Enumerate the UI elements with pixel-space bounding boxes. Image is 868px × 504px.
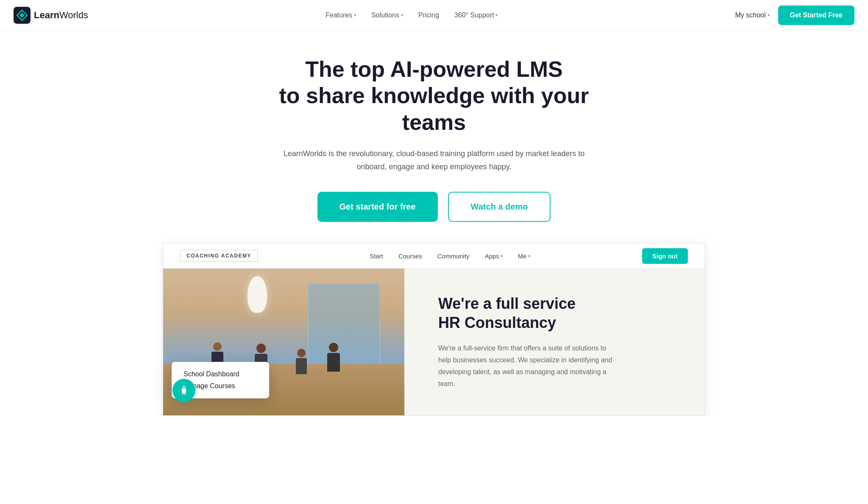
main-navbar: LearnWorlds Features ▾ Solutions ▾ Prici… [0,0,868,31]
consultancy-description: We're a full-service firm that offers a … [438,342,616,390]
rocket-circle [172,379,195,402]
nav-pricing[interactable]: Pricing [418,11,439,19]
demo-frame: COACHING ACADEMY Start Courses Community… [163,243,705,416]
inner-navbar: COACHING ACADEMY Start Courses Community… [163,243,705,269]
brand-name: LearnWorlds [34,10,88,21]
inner-nav-apps[interactable]: Apps ▾ [485,252,503,260]
hero-section: The top AI-powered LMS to share knowledg… [0,31,868,243]
navbar-right: My school ▾ Get Started Free [735,6,854,25]
inner-nav-links: Start Courses Community Apps ▾ Me ▾ [370,252,530,260]
rocket-icon [178,385,189,396]
my-school-button[interactable]: My school ▾ [735,11,769,19]
svg-point-1 [182,394,184,395]
hero-cta-primary[interactable]: Get started for free [317,192,438,222]
sign-out-button[interactable]: Sign out [642,248,688,264]
chevron-down-icon: ▾ [768,13,770,17]
content-area: School Dashboard Manage Courses We're a … [163,269,705,415]
inner-nav-courses[interactable]: Courses [398,252,422,260]
chevron-down-icon: ▾ [501,254,503,258]
text-side: We're a full service HR Consultancy We'r… [404,269,705,415]
chevron-down-icon: ▾ [401,13,403,17]
nav-links: Features ▾ Solutions ▾ Pricing 360° Supp… [326,11,498,19]
coaching-academy-logo: COACHING ACADEMY [180,250,258,262]
inner-nav-community[interactable]: Community [437,252,470,260]
nav-features[interactable]: Features ▾ [326,11,356,19]
brand-logo[interactable]: LearnWorlds [14,7,88,24]
inner-nav-start[interactable]: Start [370,252,383,260]
chevron-down-icon: ▾ [495,13,498,17]
hero-cta-secondary[interactable]: Watch a demo [448,192,551,222]
svg-point-2 [184,394,186,395]
get-started-free-button[interactable]: Get Started Free [778,6,854,25]
office-image-side: School Dashboard Manage Courses [163,269,404,415]
hero-buttons: Get started for free Watch a demo [17,192,851,222]
nav-solutions[interactable]: Solutions ▾ [371,11,403,19]
hero-description: LearnWorlds is the revolutionary, cloud-… [273,147,595,173]
inner-nav-me[interactable]: Me ▾ [518,252,530,260]
nav-support[interactable]: 360° Support ▾ [454,11,498,19]
dashboard-popup-item1: School Dashboard [184,370,257,378]
chevron-down-icon: ▾ [528,254,530,258]
hero-headline: The top AI-powered LMS to share knowledg… [264,56,604,135]
logo-icon [14,7,31,24]
consultancy-heading: We're a full service HR Consultancy [438,294,679,332]
chevron-down-icon: ▾ [354,13,356,17]
